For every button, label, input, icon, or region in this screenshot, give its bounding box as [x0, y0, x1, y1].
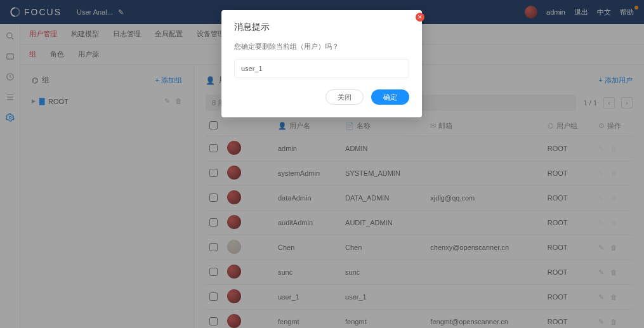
confirm-modal: ✕ 消息提示 您确定要删除当前组（用户）吗？ user_1 关闭 确定: [221, 10, 422, 117]
modal-target-field[interactable]: user_1: [234, 59, 409, 78]
close-icon[interactable]: ✕: [416, 13, 424, 22]
modal-title: 消息提示: [234, 22, 409, 33]
modal-message: 您确定要删除当前组（用户）吗？: [234, 42, 409, 51]
cancel-button[interactable]: 关闭: [325, 89, 364, 105]
confirm-button[interactable]: 确定: [371, 89, 409, 105]
